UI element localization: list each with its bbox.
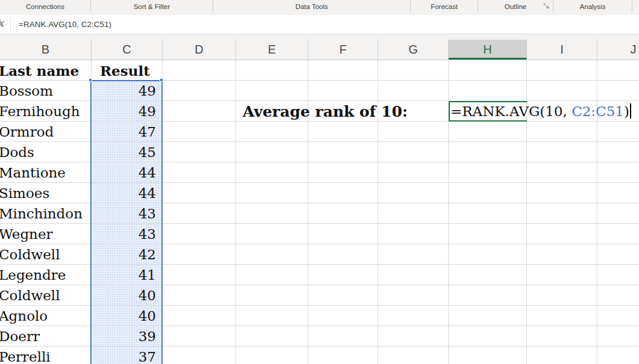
column-header-c[interactable]: C xyxy=(92,40,163,60)
cell-last-name[interactable]: Perrelli xyxy=(0,347,90,364)
cell-last-name[interactable]: Coldwell xyxy=(0,285,90,306)
cell-result-header[interactable]: Result xyxy=(100,60,150,81)
column-header-j[interactable]: J xyxy=(597,40,639,60)
column-header-e[interactable]: E xyxy=(236,40,308,60)
cell-last-name[interactable]: Wegner xyxy=(0,224,90,244)
column-header-row: B C D E F G H I J xyxy=(0,40,639,60)
ribbon-group-label: Connections xyxy=(26,3,64,10)
ribbon-group-label: Data Tools xyxy=(295,3,328,10)
range-handle-top-right[interactable] xyxy=(160,78,163,82)
cell-result[interactable]: 40 xyxy=(92,306,159,326)
cell-result[interactable]: 41 xyxy=(92,265,159,285)
ribbon-group-outline: Outline xyxy=(478,0,553,13)
gridline-col-d xyxy=(163,60,236,364)
cell-last-name[interactable]: Minchindon xyxy=(0,203,90,224)
ribbon-group-label: Outline xyxy=(505,3,526,10)
range-handle-top-left[interactable] xyxy=(89,78,92,82)
ribbon-group-connections: Connections xyxy=(0,0,91,13)
column-header-g[interactable]: G xyxy=(378,40,449,60)
cell-result[interactable]: 43 xyxy=(92,224,159,244)
cell-last-name[interactable]: Legendre xyxy=(0,265,90,285)
fx-icon[interactable]: fx xyxy=(0,17,4,29)
cell-last-name[interactable]: Bossom xyxy=(0,81,90,101)
cell-last-name[interactable]: Mantione xyxy=(0,162,90,183)
column-header-h-selected[interactable]: H xyxy=(449,40,527,60)
ribbon-group-label: Analysis xyxy=(580,3,606,10)
formula-prefix: =RANK.AVG(10, xyxy=(450,103,572,119)
cell-result[interactable]: 49 xyxy=(92,81,159,101)
ribbon-group-data-tools: Data Tools xyxy=(213,0,411,13)
column-header-b[interactable]: B xyxy=(0,40,92,60)
cell-result[interactable]: 42 xyxy=(92,244,159,265)
formula-bar-divider xyxy=(10,17,11,32)
cell-last-name[interactable]: Coldwell xyxy=(0,244,90,265)
formula-input[interactable]: =RANK.AVG(10, C2:C51) xyxy=(19,15,111,34)
ribbon-group-label: Sort & Filter xyxy=(134,3,170,10)
ribbon-group-label: Forecast xyxy=(431,3,458,10)
ribbon-group-sort-filter: Sort & Filter xyxy=(91,0,213,13)
cell-last-name[interactable]: Dods xyxy=(0,142,90,162)
cell-result[interactable]: 37 xyxy=(92,347,159,364)
dialog-launcher-icon[interactable] xyxy=(543,3,550,10)
ribbon-group-forecast: Forecast xyxy=(411,0,478,13)
excel-window: Connections Sort & Filter Data Tools For… xyxy=(0,0,639,364)
text-caret xyxy=(630,103,631,119)
column-header-i[interactable]: I xyxy=(527,40,597,60)
cell-result[interactable]: 47 xyxy=(92,122,159,142)
cell-last-name[interactable]: Simoes xyxy=(0,183,90,203)
cell-last-name[interactable]: Doerr xyxy=(0,326,90,347)
sheet-grid[interactable]: Last name Result Bossom 49 Fernihough 49… xyxy=(0,60,639,364)
formula-suffix: ) xyxy=(624,103,629,119)
cell-result[interactable]: 45 xyxy=(92,142,159,162)
cell-result[interactable]: 44 xyxy=(92,162,159,183)
cell-result[interactable]: 43 xyxy=(92,203,159,224)
cell-result[interactable]: 39 xyxy=(92,326,159,347)
cell-average-rank-label[interactable]: Average rank of 10: xyxy=(243,101,408,122)
cell-last-name[interactable]: Fernihough xyxy=(0,101,90,122)
cell-result[interactable]: 44 xyxy=(92,183,159,203)
cell-result[interactable]: 49 xyxy=(92,101,159,122)
formula-bar: fx =RANK.AVG(10, C2:C51) xyxy=(0,15,639,34)
cell-last-name-header[interactable]: Last name xyxy=(0,60,90,81)
cell-last-name[interactable]: Agnolo xyxy=(0,306,90,326)
column-header-f[interactable]: F xyxy=(308,40,378,60)
column-header-d[interactable]: D xyxy=(163,40,236,60)
cell-result[interactable]: 40 xyxy=(92,285,159,306)
ribbon-group-analysis: Analysis xyxy=(553,0,632,13)
ribbon-group-strip: Connections Sort & Filter Data Tools For… xyxy=(0,0,639,15)
formula-range-reference: C2:C51 xyxy=(572,103,624,119)
cell-last-name[interactable]: Ormrod xyxy=(0,122,90,142)
active-cell-formula[interactable]: =RANK.AVG(10, C2:C51) xyxy=(450,101,631,122)
